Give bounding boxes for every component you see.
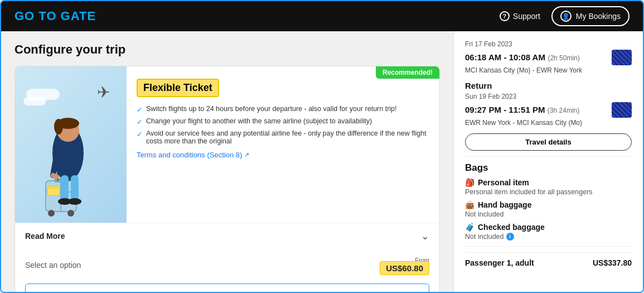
- recommended-badge: Recommended!: [376, 66, 439, 79]
- bag-item-personal: 🎒 Personal item Personal item included f…: [465, 178, 632, 196]
- hand-baggage-status: Not included: [465, 210, 632, 218]
- checked-baggage-icon: 🧳: [465, 223, 474, 232]
- outbound-route: MCI Kansas City (Mo) - EWR New York: [465, 66, 632, 74]
- price-from: From US$60.80: [380, 257, 429, 273]
- choose-dropdown[interactable]: Choose ⌄: [25, 284, 429, 293]
- header: GO TO GATE ? Support 👤 My Bookings: [1, 1, 643, 31]
- logo: GO TO GATE: [14, 9, 96, 23]
- check-icon: ✓: [137, 130, 143, 138]
- return-flight-section: Return Sun 19 Feb 2023 09:27 PM - 11:51 …: [465, 81, 632, 127]
- left-panel: Configure your trip ✈: [1, 31, 453, 293]
- return-date: Sun 19 Feb 2023: [465, 93, 632, 100]
- price-tag: US$60.80: [380, 261, 429, 275]
- choose-row: Choose ⌄: [15, 281, 439, 293]
- passenger-row: Passenger 1, adult US$337.80: [465, 252, 632, 267]
- feature-text-1: Switch flights up to 24 hours before you…: [146, 105, 397, 113]
- svg-point-13: [54, 119, 63, 135]
- page-title: Configure your trip: [14, 42, 440, 57]
- svg-point-5: [67, 210, 74, 217]
- passenger-price: US$337.80: [593, 258, 632, 267]
- personal-item-label: Personal item: [478, 178, 529, 187]
- outbound-times-block: 06:18 AM - 10:08 AM (2h 50min): [465, 52, 580, 63]
- bag-name-hand: 👜 Hand baggage: [465, 200, 632, 209]
- return-route: EWR New York - MCI Kansas City (Mo): [465, 119, 632, 127]
- svg-line-15: [53, 175, 57, 177]
- ticket-title: Flexible Ticket: [137, 79, 219, 97]
- return-duration: (3h 24min): [548, 107, 579, 114]
- return-label: Return: [465, 81, 632, 90]
- select-option-row: Select an option From US$60.80: [15, 249, 439, 281]
- read-more-toggle[interactable]: Read More ⌄: [15, 223, 439, 249]
- person-illustration: [15, 94, 104, 223]
- ticket-card: ✈: [14, 66, 440, 293]
- card-illustration: ✈: [15, 66, 127, 223]
- feature-text-3: Avoid our service fees and any potential…: [146, 129, 429, 145]
- bag-item-checked: 🧳 Checked baggage Not included i: [465, 223, 632, 241]
- support-icon: ?: [500, 11, 510, 21]
- return-airline-logo: [612, 102, 632, 118]
- card-body: ✈: [15, 66, 439, 223]
- info-icon[interactable]: i: [506, 233, 514, 241]
- user-icon: 👤: [560, 11, 572, 22]
- outbound-flight: Fri 17 Feb 2023 06:18 AM - 10:08 AM (2h …: [465, 40, 632, 74]
- personal-item-status: Personal item included for all passenger…: [465, 188, 632, 196]
- hand-baggage-icon: 👜: [465, 200, 474, 209]
- card-content: Recommended! Flexible Ticket ✓ Switch fl…: [127, 66, 439, 223]
- bag-name-checked: 🧳 Checked baggage: [465, 223, 632, 232]
- checked-baggage-label: Checked baggage: [478, 223, 545, 232]
- outbound-date: Fri 17 Feb 2023: [465, 40, 632, 48]
- feature-item: ✓ Avoid our service fees and any potenti…: [137, 129, 429, 145]
- outbound-time-row: 06:18 AM - 10:08 AM (2h 50min): [465, 50, 632, 65]
- support-button[interactable]: ? Support: [500, 11, 540, 21]
- choose-placeholder: Choose: [33, 290, 62, 294]
- checked-baggage-status-text: Not included: [465, 233, 504, 241]
- checked-baggage-status: Not included i: [465, 233, 632, 241]
- svg-rect-17: [71, 175, 79, 200]
- return-time-row: 09:27 PM - 11:51 PM (3h 24min): [465, 102, 632, 118]
- svg-line-14: [53, 153, 57, 175]
- feature-text-2: Change your flight to another with the s…: [146, 117, 372, 125]
- svg-point-4: [48, 210, 55, 217]
- chevron-down-icon: ⌄: [421, 230, 429, 242]
- svg-rect-8: [47, 186, 60, 195]
- return-times: 09:27 PM - 11:51 PM: [465, 105, 545, 114]
- return-times-block: 09:27 PM - 11:51 PM (3h 24min): [465, 105, 579, 115]
- outbound-duration: (2h 50min): [548, 54, 579, 62]
- external-link-icon: ↗: [244, 151, 249, 158]
- bag-name-personal: 🎒 Personal item: [465, 178, 632, 187]
- personal-item-icon: 🎒: [465, 178, 474, 187]
- main-content: Configure your trip ✈: [1, 31, 643, 293]
- terms-link[interactable]: Terms and conditions (Section 8) ↗: [137, 151, 429, 159]
- header-right: ? Support 👤 My Bookings: [500, 6, 630, 26]
- support-label: Support: [513, 12, 540, 21]
- outbound-times: 06:18 AM - 10:08 AM: [465, 52, 545, 62]
- bag-item-hand: 👜 Hand baggage Not included: [465, 200, 632, 218]
- divider: [465, 156, 632, 157]
- features-list: ✓ Switch flights up to 24 hours before y…: [137, 105, 429, 145]
- dropdown-chevron-icon: ⌄: [414, 290, 421, 293]
- bags-title: Bags: [465, 162, 632, 174]
- my-bookings-button[interactable]: 👤 My Bookings: [551, 6, 630, 26]
- read-more-label: Read More: [25, 232, 65, 241]
- terms-text: Terms and conditions (Section 8): [137, 151, 242, 159]
- travel-details-button[interactable]: Travel details: [465, 133, 632, 151]
- divider-2: [465, 246, 632, 247]
- airline-logo: [612, 50, 632, 65]
- check-icon: ✓: [137, 105, 143, 114]
- hand-baggage-label: Hand baggage: [478, 200, 531, 209]
- feature-item: ✓ Switch flights up to 24 hours before y…: [137, 105, 429, 114]
- select-label: Select an option: [25, 261, 81, 270]
- svg-rect-16: [61, 175, 69, 200]
- right-panel: Fri 17 Feb 2023 06:18 AM - 10:08 AM (2h …: [453, 31, 643, 293]
- svg-point-19: [68, 198, 81, 205]
- feature-item: ✓ Change your flight to another with the…: [137, 117, 429, 126]
- my-bookings-label: My Bookings: [576, 12, 621, 21]
- check-icon: ✓: [137, 118, 143, 126]
- passenger-label: Passenger 1, adult: [465, 258, 534, 267]
